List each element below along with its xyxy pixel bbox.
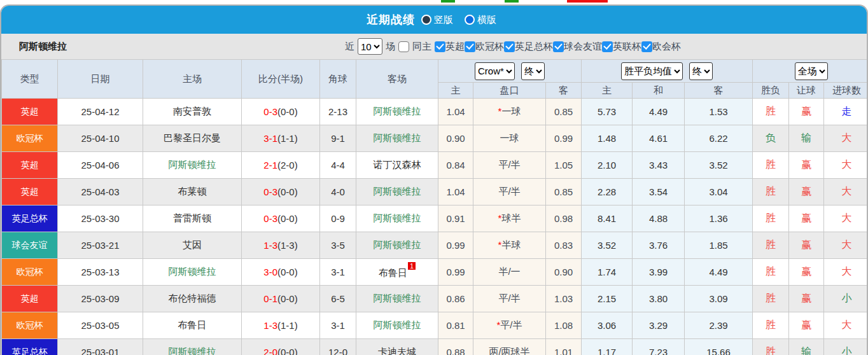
home-team: 布鲁日 xyxy=(143,312,242,339)
match-date: 25-04-03 xyxy=(58,179,143,205)
layout-radio-horizontal[interactable]: 横版 xyxy=(465,14,501,26)
period-select[interactable]: 全场 xyxy=(795,62,828,80)
result-wdl: 胜 xyxy=(753,99,789,125)
score: 2-1(2-0) xyxy=(242,152,320,179)
away-team: 卡迪夫城 xyxy=(356,339,438,355)
col-header-away: 客场 xyxy=(356,60,438,99)
away-team: 阿斯顿维拉 xyxy=(356,312,438,339)
clipped-red-artifact xyxy=(567,0,608,3)
home-team: 阿斯顿维拉 xyxy=(143,339,242,355)
away-team: 阿斯顿维拉 xyxy=(356,205,438,232)
checkbox-icon[interactable] xyxy=(641,41,652,52)
avg-type-select[interactable]: 胜平负均值 xyxy=(621,62,683,80)
radio-vertical-label[interactable]: 竖版 xyxy=(434,14,453,26)
radio-horizontal-label[interactable]: 横版 xyxy=(477,14,496,26)
result-handicap: 赢 xyxy=(789,99,824,125)
league-filter-label[interactable]: 英超 xyxy=(445,41,465,53)
odds-away: 1.08 xyxy=(546,312,582,339)
match-date: 25-03-13 xyxy=(58,259,143,286)
result-goals: 大 xyxy=(824,152,868,179)
sub-header-goals: 进球数 xyxy=(824,83,868,99)
avg-lose: 1.36 xyxy=(685,205,753,232)
match-date: 25-04-10 xyxy=(58,125,143,152)
checkbox-icon[interactable] xyxy=(553,41,564,52)
odds-company-select[interactable]: Crow* xyxy=(475,62,515,80)
league-badge: 英超 xyxy=(2,152,57,178)
league-filter-欧冠杯[interactable]: 欧冠杯 xyxy=(465,41,504,53)
score: 0-3(0-0) xyxy=(242,205,320,232)
avg-time-select[interactable]: 终 xyxy=(689,62,713,80)
match-count-select[interactable]: 10 xyxy=(358,38,382,55)
odds-home: 0.99 xyxy=(438,232,473,259)
odds-away: 0.90 xyxy=(546,259,582,286)
league-filter-欧会杯[interactable]: 欧会杯 xyxy=(641,41,681,53)
team-name: 阿斯顿维拉 xyxy=(19,41,67,53)
results-body: 英超 25-04-12 南安普敦 0-3(0-0) 2-13 阿斯顿维拉 1.0… xyxy=(2,99,868,355)
result-handicap: 赢 xyxy=(789,179,824,205)
col-header-score: 比分(半场) xyxy=(242,60,320,99)
league-badge: 英超 xyxy=(2,286,57,312)
league-filter-label[interactable]: 欧会杯 xyxy=(652,41,681,53)
league-filter-英足总杯[interactable]: 英足总杯 xyxy=(504,41,553,53)
radio-vertical-icon[interactable] xyxy=(421,15,431,25)
odds-away: 0.98 xyxy=(546,205,582,232)
result-wdl: 胜 xyxy=(753,339,789,355)
odds-group-header: Crow* 终 xyxy=(438,60,582,83)
result-goals: 大 xyxy=(824,232,868,259)
league-filter-球会友谊[interactable]: 球会友谊 xyxy=(553,41,602,53)
corners: 3-1 xyxy=(320,312,356,339)
avg-lose: 1.53 xyxy=(685,99,753,125)
checkbox-icon[interactable] xyxy=(504,41,515,52)
results-table: 类型 日期 主场 比分(半场) 角球 客场 Crow* 终 胜平负均值 终 xyxy=(1,59,868,355)
corners: 2-13 xyxy=(320,99,356,125)
corners: 12-0 xyxy=(320,339,356,355)
odds-home: 1.04 xyxy=(438,179,473,205)
corners: 4-4 xyxy=(320,152,356,179)
league-filter-label[interactable]: 英联杯 xyxy=(613,41,641,53)
match-date: 25-03-21 xyxy=(58,232,143,259)
match-date: 25-03-09 xyxy=(58,286,143,312)
result-handicap: 赢 xyxy=(789,152,824,179)
same-home-checkbox[interactable] xyxy=(398,41,409,52)
away-team: 阿斯顿维拉 xyxy=(356,179,438,205)
league-filter-label[interactable]: 欧冠杯 xyxy=(475,41,504,53)
away-team: 诺丁汉森林 xyxy=(356,152,438,179)
sub-header-wdl: 胜负 xyxy=(753,83,789,99)
score: 1-3(1-3) xyxy=(242,232,320,259)
corners: 3-1 xyxy=(320,259,356,286)
league-badge: 英超 xyxy=(2,99,57,125)
score: 0-3(0-0) xyxy=(242,179,320,205)
table-row: 球会友谊 25-03-21 艾因 1-3(1-3) 3-5 阿斯顿维拉 0.99… xyxy=(2,232,868,259)
checkbox-icon[interactable] xyxy=(465,41,475,52)
avg-win: 1.48 xyxy=(582,125,633,152)
league-badge: 欧冠杯 xyxy=(2,312,57,338)
avg-lose: 1.85 xyxy=(685,232,753,259)
radio-horizontal-icon[interactable] xyxy=(465,15,475,25)
score: 3-1(1-1) xyxy=(242,125,320,152)
clipped-green-artifact xyxy=(441,0,455,3)
avg-win: 1.74 xyxy=(582,259,633,286)
corners: 9-1 xyxy=(320,125,356,152)
league-filter-label[interactable]: 英足总杯 xyxy=(515,41,553,53)
league-badge: 英足总杯 xyxy=(2,339,57,355)
table-row: 欧冠杯 25-03-13 阿斯顿维拉 3-0(0-0) 3-1 布鲁日1 0.9… xyxy=(2,259,868,286)
avg-lose: 3.04 xyxy=(685,179,753,205)
result-goals: 小 xyxy=(824,286,868,312)
layout-radio-vertical[interactable]: 竖版 xyxy=(421,14,458,26)
score: 2-0(0-0) xyxy=(242,339,320,355)
league-filter-label[interactable]: 球会友谊 xyxy=(564,41,602,53)
clipped-green-artifact xyxy=(505,0,519,3)
home-team: 布伦特福德 xyxy=(143,286,242,312)
checkbox-icon[interactable] xyxy=(435,41,445,52)
recent-results-widget: 近期战绩 竖版 横版 阿斯顿维拉 近 10 场 同主 英超欧冠杯英足总杯球会友谊… xyxy=(0,4,868,355)
league-filter-英超[interactable]: 英超 xyxy=(435,41,465,53)
same-home-label[interactable]: 同主 xyxy=(412,41,431,53)
league-filter-英联杯[interactable]: 英联杯 xyxy=(602,41,641,53)
result-goals: 大 xyxy=(824,259,868,286)
odds-home: 0.99 xyxy=(438,259,473,286)
away-team: 布鲁日1 xyxy=(356,259,438,286)
avg-draw: 3.80 xyxy=(633,286,685,312)
avg-lose: 3.52 xyxy=(685,152,753,179)
checkbox-icon[interactable] xyxy=(602,41,613,52)
odds-time-select[interactable]: 终 xyxy=(521,62,545,80)
